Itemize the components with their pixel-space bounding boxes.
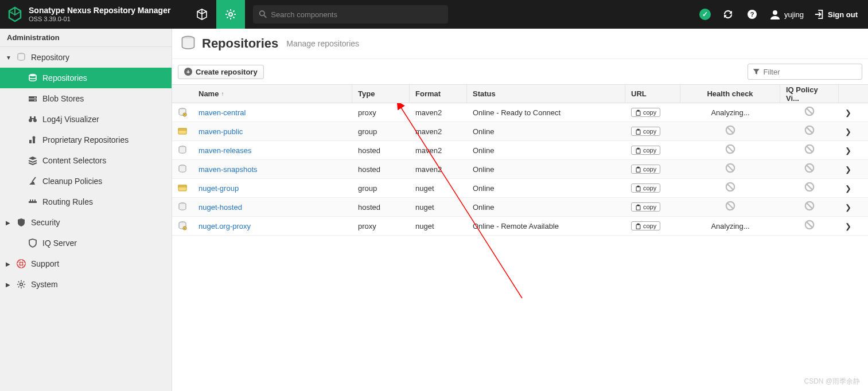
search-box[interactable] — [253, 5, 448, 24]
sidebar-item-repository[interactable]: ▼ Repository — [0, 47, 172, 68]
ban-icon — [804, 125, 815, 138]
table-row[interactable]: nuget-group group nuget Online copy ❯ — [172, 179, 868, 198]
repository-table: Name↑ Type Format Status URL Health chec… — [172, 84, 868, 236]
ban-icon — [725, 182, 735, 194]
sidebar-item-system[interactable]: ▶ System — [0, 274, 172, 295]
sidebar-item-repositories[interactable]: Repositories — [0, 68, 172, 88]
col-header-health[interactable]: Health check — [680, 85, 780, 103]
ban-icon — [804, 201, 815, 213]
col-header-status[interactable]: Status — [467, 85, 625, 103]
repo-iq — [780, 217, 839, 235]
shield-outline-icon — [28, 238, 38, 248]
lifebuoy-icon — [16, 259, 26, 268]
refresh-button[interactable] — [721, 7, 735, 21]
gear-icon — [16, 280, 26, 289]
sidebar-label: System — [31, 280, 58, 289]
user-menu[interactable]: yujing — [769, 9, 804, 20]
chevron-right-icon[interactable]: ❯ — [845, 203, 851, 212]
username-label: yujing — [784, 10, 804, 19]
filter-box[interactable] — [748, 64, 862, 80]
chevron-right-icon[interactable]: ❯ — [845, 108, 851, 117]
repo-iq — [780, 122, 839, 140]
col-header-format[interactable]: Format — [410, 85, 467, 103]
copy-url-button[interactable]: copy — [631, 146, 660, 155]
chevron-right-icon[interactable]: ❯ — [845, 184, 851, 193]
search-input[interactable] — [271, 10, 442, 19]
table-row[interactable]: maven-snapshots hosted maven2 Online cop… — [172, 160, 868, 179]
caret-right-icon: ▶ — [6, 261, 11, 267]
filter-input[interactable] — [764, 68, 857, 76]
signout-button[interactable]: Sign out — [814, 9, 858, 19]
copy-url-button[interactable]: copy — [631, 165, 660, 174]
sidebar-item-proprietary[interactable]: Proprietary Repositories — [0, 130, 172, 150]
col-header-url[interactable]: URL — [625, 85, 680, 103]
copy-url-button[interactable]: copy — [631, 221, 660, 230]
copy-url-button[interactable]: copy — [631, 108, 660, 117]
sidebar-item-blob-stores[interactable]: Blob Stores — [0, 88, 172, 109]
repo-name-link[interactable]: maven-central — [198, 108, 246, 117]
repo-type: group — [352, 122, 410, 140]
admin-button[interactable] — [216, 0, 245, 29]
sidebar-label: Content Selectors — [42, 156, 106, 165]
repo-name-link[interactable]: maven-public — [198, 127, 243, 136]
clipboard-icon — [635, 223, 641, 229]
copy-url-button[interactable]: copy — [631, 127, 660, 136]
ban-icon — [725, 125, 735, 138]
clipboard-icon — [635, 110, 641, 116]
layers-icon — [28, 156, 38, 165]
sidebar-label: Security — [31, 218, 60, 227]
sidebar-item-cleanup[interactable]: Cleanup Policies — [0, 171, 172, 191]
col-header-name[interactable]: Name↑ — [193, 85, 352, 103]
sidebar-label: Support — [31, 259, 59, 268]
binoculars-icon — [28, 115, 38, 124]
app-version: OSS 3.39.0-01 — [29, 15, 170, 22]
user-icon — [769, 9, 781, 20]
repo-name-link[interactable]: nuget-hosted — [198, 203, 242, 212]
building-icon — [28, 135, 38, 144]
sidebar-item-iq-server[interactable]: IQ Server — [0, 233, 172, 253]
clipboard-icon — [635, 204, 641, 210]
chevron-right-icon[interactable]: ❯ — [845, 127, 851, 136]
sidebar-item-content-selectors[interactable]: Content Selectors — [0, 150, 172, 171]
clipboard-icon — [635, 128, 641, 135]
chevron-right-icon[interactable]: ❯ — [845, 146, 851, 155]
sidebar-section-title: Administration — [0, 29, 172, 47]
col-header-iq[interactable]: IQ Policy Vi... — [780, 85, 839, 103]
repo-name-link[interactable]: maven-snapshots — [198, 165, 258, 174]
sidebar-item-security[interactable]: ▶ Security — [0, 212, 172, 233]
health-analyzing: Analyzing... — [711, 108, 749, 117]
repo-name-link[interactable]: maven-releases — [198, 146, 252, 155]
nexus-logo-icon — [7, 6, 23, 22]
repo-health — [680, 141, 780, 159]
logo[interactable]: Sonatype Nexus Repository Manager OSS 3.… — [7, 6, 170, 22]
help-button[interactable] — [745, 7, 759, 21]
repo-format: nuget — [410, 217, 467, 235]
chevron-right-icon[interactable]: ❯ — [845, 222, 851, 230]
database-icon — [180, 36, 196, 52]
table-row[interactable]: nuget-hosted hosted nuget Online copy ❯ — [172, 198, 868, 217]
repo-name-link[interactable]: nuget-group — [198, 184, 239, 193]
sidebar-item-log4j[interactable]: Log4j Visualizer — [0, 109, 172, 130]
copy-url-button[interactable]: copy — [631, 202, 660, 212]
repo-name-link[interactable]: nuget.org-proxy — [198, 222, 251, 230]
table-row[interactable]: maven-releases hosted maven2 Online copy… — [172, 141, 868, 160]
col-header-type[interactable]: Type — [352, 85, 410, 103]
clipboard-icon — [635, 185, 641, 191]
broom-icon — [28, 177, 38, 186]
table-row[interactable]: nuget.org-proxy proxy nuget Online - Rem… — [172, 217, 868, 236]
browse-button[interactable] — [188, 0, 216, 29]
page-title: Repositories — [202, 36, 278, 51]
ban-icon — [725, 144, 735, 157]
sidebar-item-routing[interactable]: Routing Rules — [0, 191, 172, 212]
chevron-right-icon[interactable]: ❯ — [845, 165, 851, 174]
table-row[interactable]: maven-central proxy maven2 Online - Read… — [172, 103, 868, 122]
gear-icon — [225, 9, 236, 20]
table-row[interactable]: maven-public group maven2 Online copy ❯ — [172, 122, 868, 141]
database-icon — [28, 73, 38, 83]
status-ok-icon[interactable]: ✓ — [699, 9, 711, 20]
sidebar: Administration ▼ Repository Repositories… — [0, 29, 172, 391]
repo-type-icon — [178, 221, 187, 230]
sidebar-item-support[interactable]: ▶ Support — [0, 253, 172, 274]
create-repository-button[interactable]: + Create repository — [178, 65, 264, 79]
copy-url-button[interactable]: copy — [631, 183, 660, 193]
